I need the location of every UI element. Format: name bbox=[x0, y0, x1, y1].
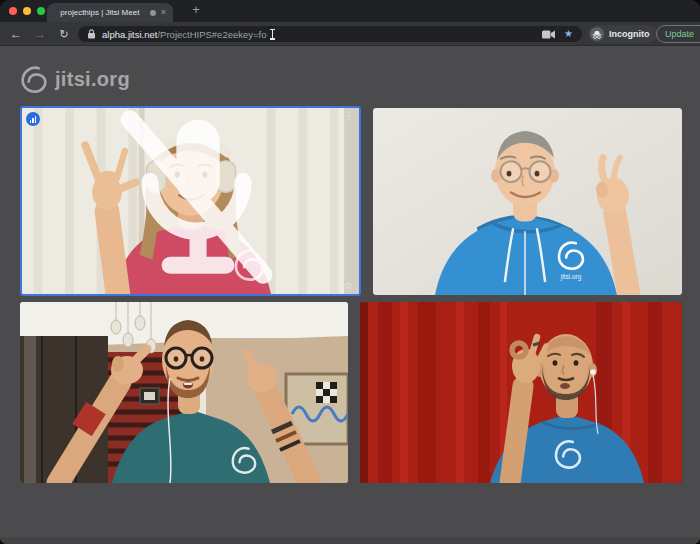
new-tab-button[interactable]: + bbox=[188, 2, 204, 18]
incognito-icon bbox=[590, 27, 604, 41]
participant-tile-bottom-right[interactable] bbox=[360, 302, 682, 483]
participant-tile-bottom-left[interactable]: ⋮ bbox=[20, 302, 348, 483]
participant-video-bald-man bbox=[360, 302, 682, 483]
muted-mic-icon bbox=[28, 106, 361, 290]
participant-video-beard-man bbox=[20, 302, 348, 483]
address-bar[interactable]: alpha.jitsi.net/ProjectHIPS#e2eekey=fo ★ bbox=[78, 26, 582, 42]
incognito-badge: Incognito bbox=[588, 25, 658, 43]
jitsi-watermark-link[interactable]: jitsi.org bbox=[20, 63, 130, 95]
participant-video-hoodie-man: jitsi.org bbox=[373, 108, 682, 295]
camera-in-use-icon[interactable] bbox=[542, 30, 555, 39]
tab-media-indicator bbox=[150, 10, 156, 16]
url-domain: alpha.jitsi.net bbox=[102, 29, 157, 40]
browser-tab[interactable]: projecthips | Jitsi Meet × bbox=[47, 3, 173, 22]
forward-button[interactable]: → bbox=[32, 26, 48, 42]
browser-toolbar: ← → ↻ alpha.jitsi.net/ProjectHIPS#e2eeke… bbox=[0, 22, 700, 46]
jitsi-logo-icon bbox=[20, 63, 48, 95]
hoodie-label: jitsi.org bbox=[560, 273, 582, 281]
text-cursor bbox=[269, 29, 276, 40]
tile-menu-icon[interactable]: ⋮ bbox=[333, 304, 343, 316]
watermark-text: jitsi.org bbox=[55, 68, 130, 91]
tile-menu-icon[interactable]: ⋮ bbox=[667, 110, 677, 122]
window-close-button[interactable] bbox=[9, 7, 17, 15]
incognito-label: Incognito bbox=[609, 29, 650, 39]
jitsi-meet-page: jitsi.org bbox=[0, 46, 700, 544]
tab-title: projecthips | Jitsi Meet bbox=[54, 8, 146, 17]
url-path: /ProjectHIPS#e2eekey=fo bbox=[157, 29, 266, 40]
window-zoom-button[interactable] bbox=[37, 7, 45, 15]
browser-window: projecthips | Jitsi Meet × + ← → ↻ alpha… bbox=[0, 0, 700, 544]
back-button[interactable]: ← bbox=[8, 26, 24, 42]
tab-strip: projecthips | Jitsi Meet × + bbox=[0, 0, 700, 22]
window-minimize-button[interactable] bbox=[23, 7, 31, 15]
bookmark-star-icon[interactable]: ★ bbox=[564, 29, 573, 39]
star-icon[interactable]: ☆ bbox=[344, 281, 353, 291]
tab-close-icon[interactable]: × bbox=[161, 8, 166, 17]
window-bottom-edge bbox=[0, 537, 700, 544]
reload-button[interactable]: ↻ bbox=[56, 26, 72, 42]
update-label: Update bbox=[665, 29, 694, 39]
update-button[interactable]: Update ⋮ bbox=[656, 25, 700, 43]
participant-tile-top-left[interactable]: ⋮ ☆ bbox=[20, 106, 361, 296]
participant-tile-top-right[interactable]: jitsi.org ⋮ bbox=[373, 108, 682, 295]
lock-icon bbox=[87, 29, 96, 39]
